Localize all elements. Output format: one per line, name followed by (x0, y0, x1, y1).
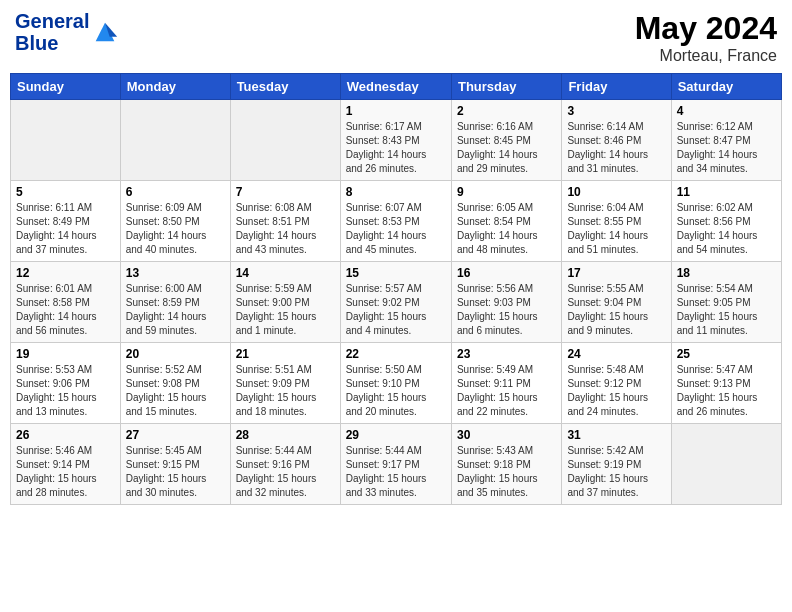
day-number: 21 (236, 347, 335, 361)
calendar-cell: 13Sunrise: 6:00 AM Sunset: 8:59 PM Dayli… (120, 262, 230, 343)
day-number: 4 (677, 104, 776, 118)
day-info: Sunrise: 5:44 AM Sunset: 9:16 PM Dayligh… (236, 444, 335, 500)
calendar-header-thursday: Thursday (451, 74, 561, 100)
day-number: 19 (16, 347, 115, 361)
day-number: 9 (457, 185, 556, 199)
day-info: Sunrise: 6:17 AM Sunset: 8:43 PM Dayligh… (346, 120, 446, 176)
subtitle: Morteau, France (635, 47, 777, 65)
calendar-cell: 30Sunrise: 5:43 AM Sunset: 9:18 PM Dayli… (451, 424, 561, 505)
day-number: 2 (457, 104, 556, 118)
calendar-week-1: 5Sunrise: 6:11 AM Sunset: 8:49 PM Daylig… (11, 181, 782, 262)
day-number: 10 (567, 185, 665, 199)
day-info: Sunrise: 5:45 AM Sunset: 9:15 PM Dayligh… (126, 444, 225, 500)
main-title: May 2024 (635, 10, 777, 47)
day-number: 3 (567, 104, 665, 118)
calendar-cell: 31Sunrise: 5:42 AM Sunset: 9:19 PM Dayli… (562, 424, 671, 505)
day-info: Sunrise: 5:47 AM Sunset: 9:13 PM Dayligh… (677, 363, 776, 419)
day-info: Sunrise: 5:53 AM Sunset: 9:06 PM Dayligh… (16, 363, 115, 419)
day-number: 7 (236, 185, 335, 199)
day-number: 8 (346, 185, 446, 199)
day-number: 22 (346, 347, 446, 361)
day-info: Sunrise: 5:50 AM Sunset: 9:10 PM Dayligh… (346, 363, 446, 419)
calendar-cell (120, 100, 230, 181)
calendar-cell: 19Sunrise: 5:53 AM Sunset: 9:06 PM Dayli… (11, 343, 121, 424)
day-info: Sunrise: 5:48 AM Sunset: 9:12 PM Dayligh… (567, 363, 665, 419)
day-info: Sunrise: 5:55 AM Sunset: 9:04 PM Dayligh… (567, 282, 665, 338)
calendar-header-sunday: Sunday (11, 74, 121, 100)
calendar-cell: 9Sunrise: 6:05 AM Sunset: 8:54 PM Daylig… (451, 181, 561, 262)
day-info: Sunrise: 6:00 AM Sunset: 8:59 PM Dayligh… (126, 282, 225, 338)
day-info: Sunrise: 6:16 AM Sunset: 8:45 PM Dayligh… (457, 120, 556, 176)
day-info: Sunrise: 6:07 AM Sunset: 8:53 PM Dayligh… (346, 201, 446, 257)
title-block: May 2024 Morteau, France (635, 10, 777, 65)
day-info: Sunrise: 5:56 AM Sunset: 9:03 PM Dayligh… (457, 282, 556, 338)
calendar-cell: 2Sunrise: 6:16 AM Sunset: 8:45 PM Daylig… (451, 100, 561, 181)
calendar-cell: 12Sunrise: 6:01 AM Sunset: 8:58 PM Dayli… (11, 262, 121, 343)
logo-icon (91, 18, 119, 46)
day-info: Sunrise: 5:44 AM Sunset: 9:17 PM Dayligh… (346, 444, 446, 500)
day-number: 27 (126, 428, 225, 442)
calendar-cell: 22Sunrise: 5:50 AM Sunset: 9:10 PM Dayli… (340, 343, 451, 424)
day-info: Sunrise: 5:49 AM Sunset: 9:11 PM Dayligh… (457, 363, 556, 419)
day-number: 30 (457, 428, 556, 442)
calendar-cell: 21Sunrise: 5:51 AM Sunset: 9:09 PM Dayli… (230, 343, 340, 424)
day-info: Sunrise: 6:05 AM Sunset: 8:54 PM Dayligh… (457, 201, 556, 257)
calendar-header-tuesday: Tuesday (230, 74, 340, 100)
day-number: 28 (236, 428, 335, 442)
day-number: 18 (677, 266, 776, 280)
calendar-cell (230, 100, 340, 181)
day-number: 24 (567, 347, 665, 361)
calendar-cell: 26Sunrise: 5:46 AM Sunset: 9:14 PM Dayli… (11, 424, 121, 505)
calendar-cell: 27Sunrise: 5:45 AM Sunset: 9:15 PM Dayli… (120, 424, 230, 505)
calendar-header-saturday: Saturday (671, 74, 781, 100)
calendar-week-3: 19Sunrise: 5:53 AM Sunset: 9:06 PM Dayli… (11, 343, 782, 424)
day-info: Sunrise: 6:04 AM Sunset: 8:55 PM Dayligh… (567, 201, 665, 257)
calendar-cell: 28Sunrise: 5:44 AM Sunset: 9:16 PM Dayli… (230, 424, 340, 505)
calendar-header-monday: Monday (120, 74, 230, 100)
calendar-cell: 15Sunrise: 5:57 AM Sunset: 9:02 PM Dayli… (340, 262, 451, 343)
day-info: Sunrise: 5:52 AM Sunset: 9:08 PM Dayligh… (126, 363, 225, 419)
day-info: Sunrise: 5:59 AM Sunset: 9:00 PM Dayligh… (236, 282, 335, 338)
day-number: 25 (677, 347, 776, 361)
calendar-cell: 25Sunrise: 5:47 AM Sunset: 9:13 PM Dayli… (671, 343, 781, 424)
calendar-cell: 10Sunrise: 6:04 AM Sunset: 8:55 PM Dayli… (562, 181, 671, 262)
calendar-header-row: SundayMondayTuesdayWednesdayThursdayFrid… (11, 74, 782, 100)
calendar-week-0: 1Sunrise: 6:17 AM Sunset: 8:43 PM Daylig… (11, 100, 782, 181)
page-header: General Blue May 2024 Morteau, France (10, 10, 782, 65)
calendar-week-2: 12Sunrise: 6:01 AM Sunset: 8:58 PM Dayli… (11, 262, 782, 343)
day-number: 12 (16, 266, 115, 280)
day-number: 16 (457, 266, 556, 280)
calendar-cell: 3Sunrise: 6:14 AM Sunset: 8:46 PM Daylig… (562, 100, 671, 181)
calendar-cell: 4Sunrise: 6:12 AM Sunset: 8:47 PM Daylig… (671, 100, 781, 181)
day-info: Sunrise: 6:01 AM Sunset: 8:58 PM Dayligh… (16, 282, 115, 338)
calendar-cell (671, 424, 781, 505)
calendar-cell: 20Sunrise: 5:52 AM Sunset: 9:08 PM Dayli… (120, 343, 230, 424)
day-number: 15 (346, 266, 446, 280)
day-number: 26 (16, 428, 115, 442)
day-info: Sunrise: 6:12 AM Sunset: 8:47 PM Dayligh… (677, 120, 776, 176)
day-number: 29 (346, 428, 446, 442)
day-number: 14 (236, 266, 335, 280)
calendar-cell: 6Sunrise: 6:09 AM Sunset: 8:50 PM Daylig… (120, 181, 230, 262)
calendar-table: SundayMondayTuesdayWednesdayThursdayFrid… (10, 73, 782, 505)
calendar-cell (11, 100, 121, 181)
calendar-cell: 1Sunrise: 6:17 AM Sunset: 8:43 PM Daylig… (340, 100, 451, 181)
calendar-cell: 16Sunrise: 5:56 AM Sunset: 9:03 PM Dayli… (451, 262, 561, 343)
calendar-cell: 23Sunrise: 5:49 AM Sunset: 9:11 PM Dayli… (451, 343, 561, 424)
day-number: 11 (677, 185, 776, 199)
calendar-cell: 24Sunrise: 5:48 AM Sunset: 9:12 PM Dayli… (562, 343, 671, 424)
calendar-cell: 8Sunrise: 6:07 AM Sunset: 8:53 PM Daylig… (340, 181, 451, 262)
calendar-cell: 17Sunrise: 5:55 AM Sunset: 9:04 PM Dayli… (562, 262, 671, 343)
day-number: 5 (16, 185, 115, 199)
day-number: 23 (457, 347, 556, 361)
calendar-header-friday: Friday (562, 74, 671, 100)
day-number: 6 (126, 185, 225, 199)
calendar-cell: 7Sunrise: 6:08 AM Sunset: 8:51 PM Daylig… (230, 181, 340, 262)
logo-line2: Blue (15, 32, 89, 54)
day-info: Sunrise: 6:09 AM Sunset: 8:50 PM Dayligh… (126, 201, 225, 257)
calendar-header-wednesday: Wednesday (340, 74, 451, 100)
logo-text: General Blue (15, 10, 119, 54)
day-info: Sunrise: 5:46 AM Sunset: 9:14 PM Dayligh… (16, 444, 115, 500)
day-info: Sunrise: 5:54 AM Sunset: 9:05 PM Dayligh… (677, 282, 776, 338)
logo-line1: General (15, 10, 89, 32)
